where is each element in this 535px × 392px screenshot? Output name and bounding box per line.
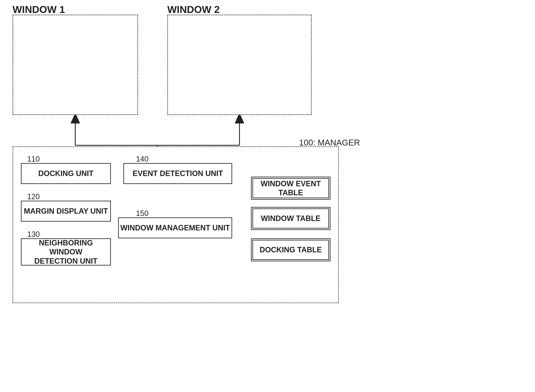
window-management-box: WINDOW MANAGEMENT UNIT	[118, 217, 232, 238]
window1-label: WINDOW 1	[13, 4, 65, 15]
window2-label: WINDOW 2	[167, 4, 220, 15]
margin-unit-ref: 120	[27, 192, 40, 201]
manager-label: 100: MANAGER	[299, 138, 360, 147]
docking-table-label: DOCKING TABLE	[260, 245, 322, 254]
event-detection-label: EVENT DETECTION UNIT	[133, 169, 223, 178]
window-management-ref: 150	[136, 209, 149, 218]
margin-unit-label: MARGIN DISPLAY UNIT	[24, 206, 108, 215]
event-detection-ref: 140	[136, 155, 149, 163]
neighboring-unit-ref: 130	[27, 230, 40, 239]
docking-table-box: DOCKING TABLE	[251, 238, 330, 261]
window-table-box: WINDOW TABLE	[251, 207, 330, 230]
window-table-label: WINDOW TABLE	[261, 214, 320, 223]
docking-unit-box: DOCKING UNIT	[21, 163, 111, 184]
docking-unit-ref: 110	[27, 155, 40, 163]
window1-box	[13, 15, 138, 115]
margin-unit-box: MARGIN DISPLAY UNIT	[21, 201, 111, 222]
window2-box	[167, 15, 312, 115]
window-management-label: WINDOW MANAGEMENT UNIT	[121, 223, 230, 232]
neighboring-unit-label: NEIGHBORING WINDOW DETECTION UNIT	[22, 238, 110, 266]
window-event-table-box: WINDOW EVENT TABLE	[251, 177, 330, 200]
docking-unit-label: DOCKING UNIT	[38, 169, 94, 178]
event-detection-box: EVENT DETECTION UNIT	[123, 163, 232, 184]
neighboring-unit-box: NEIGHBORING WINDOW DETECTION UNIT	[21, 238, 111, 266]
window-event-table-label: WINDOW EVENT TABLE	[252, 179, 330, 197]
